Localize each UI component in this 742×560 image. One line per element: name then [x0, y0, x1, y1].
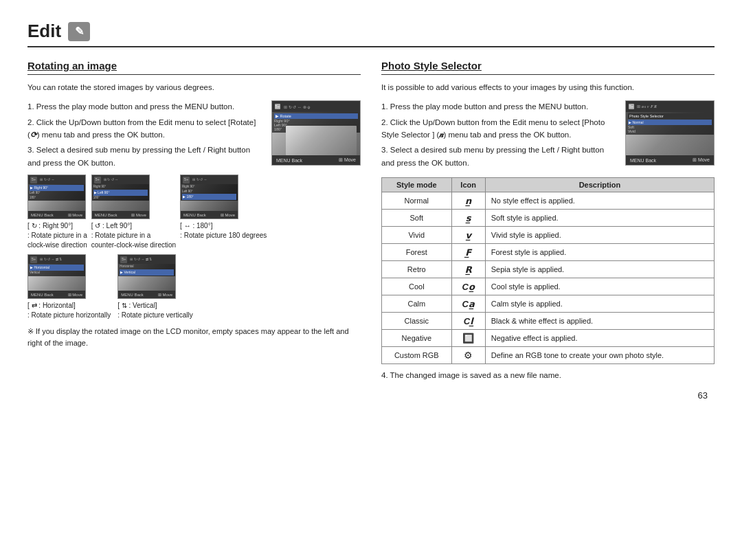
- rotation-images-row: 5+ ⊞ ↻ ↺ ↔ ▶ Right 90° Left 90° 180° MEN…: [27, 175, 361, 250]
- icon-cell: Co̲: [451, 278, 485, 295]
- right90-screen: 5+ ⊞ ↻ ↺ ↔ ▶ Right 90° Left 90° 180° MEN…: [27, 175, 86, 219]
- horizontal-screen: 5+ ⊞ ↻ ↺ ↔ ⇄ ⇅ ▶ Horizontal Vertical MEN…: [27, 254, 86, 299]
- icon-cell: Cl̲: [451, 313, 485, 330]
- icon-cell: R̲: [451, 261, 485, 278]
- style-mode-cell: Custom RGB: [382, 347, 452, 364]
- style-mode-cell: Retro: [382, 261, 452, 278]
- icon-cell: 🔲: [451, 330, 485, 347]
- table-row: Retro R̲ Sepia style is applied.: [382, 261, 715, 278]
- table-row: Soft s̲ Soft style is applied.: [382, 210, 715, 227]
- edit-icon: ✎: [68, 22, 90, 41]
- table-row: Custom RGB ⚙ Define an RGB tone to creat…: [382, 347, 715, 364]
- style-table: Style mode Icon Description Normal n̲ No…: [381, 177, 715, 364]
- right-section-heading: Photo Style Selector: [381, 60, 715, 75]
- vertical-screen: 5+ ⊞ ↻ ↺ ↔ ⇄ ⇅ Horizontal ▶ Vertical MEN…: [117, 254, 176, 299]
- left-section-heading: Rotating an image: [27, 60, 361, 75]
- 180-screen: 5+ ⊞ ↻ ↺ ↔ Right 90° Left 90° ▶ 180° MEN…: [180, 175, 238, 219]
- right-intro: It is possible to add various effects to…: [381, 82, 715, 93]
- vertical-block: 5+ ⊞ ↻ ↺ ↔ ⇄ ⇅ Horizontal ▶ Vertical MEN…: [117, 254, 193, 320]
- description-cell: Vivid style is applied.: [485, 227, 714, 244]
- description-cell: Calm style is applied.: [485, 295, 714, 313]
- right-column: Photo Style Selector It is possible to a…: [381, 60, 715, 379]
- icon-cell: ⚙: [451, 347, 485, 364]
- flip-images-row: 5+ ⊞ ↻ ↺ ↔ ⇄ ⇅ ▶ Horizontal Vertical MEN…: [27, 254, 361, 320]
- left90-screen: 5+ ⊞ ↻ ↺ ↔ Right 90° ▶ Left 90° 180° MEN…: [91, 175, 150, 219]
- description-cell: Soft style is applied.: [485, 210, 714, 227]
- style-mode-cell: Forest: [382, 244, 452, 261]
- table-row: Cool Co̲ Cool style is applied.: [382, 278, 715, 295]
- page-number: 63: [27, 390, 715, 401]
- style-mode-header: Style mode: [382, 178, 452, 192]
- style-mode-cell: Classic: [382, 313, 452, 330]
- horizontal-block: 5+ ⊞ ↻ ↺ ↔ ⇄ ⇅ ▶ Horizontal Vertical MEN…: [27, 254, 111, 320]
- icon-cell: s̲: [451, 210, 485, 227]
- page-title: Edit ✎: [27, 21, 715, 47]
- left-intro: You can rotate the stored images by vari…: [27, 82, 361, 93]
- left-note: ※ If you display the rotated image on th…: [27, 326, 361, 348]
- description-cell: Sepia style is applied.: [485, 261, 714, 278]
- style-mode-cell: Normal: [382, 192, 452, 210]
- style-mode-cell: Cool: [382, 278, 452, 295]
- left90-block: 5+ ⊞ ↻ ↺ ↔ Right 90° ▶ Left 90° 180° MEN…: [91, 175, 176, 250]
- left-step-text: 1. Press the play mode button and press …: [27, 100, 265, 169]
- style-mode-cell: Calm: [382, 295, 452, 313]
- description-cell: Cool style is applied.: [485, 278, 714, 295]
- table-row: Normal n̲ No style effect is applied.: [382, 192, 715, 210]
- icon-header: Icon: [451, 178, 485, 192]
- table-row: Negative 🔲 Negative effect is applied.: [382, 330, 715, 347]
- table-row: Vivid v̲ Vivid style is applied.: [382, 227, 715, 244]
- right-footer-note: 4. The changed image is saved as a new f…: [381, 371, 715, 379]
- photo-style-screen-image: 5+ ⊞ 𝒏 𝒔 𝒗 𝑭 𝑹 Photo Style Selector ▶ No…: [625, 100, 715, 166]
- icon-cell: F̲: [451, 244, 485, 261]
- icon-cell: n̲: [451, 192, 485, 210]
- right-steps-with-image: 1. Press the play mode button and press …: [381, 100, 715, 169]
- style-mode-cell: Soft: [382, 210, 452, 227]
- style-mode-cell: Vivid: [382, 227, 452, 244]
- right90-block: 5+ ⊞ ↻ ↺ ↔ ▶ Right 90° Left 90° 180° MEN…: [27, 175, 87, 250]
- left-column: Rotating an image You can rotate the sto…: [27, 60, 361, 379]
- rotate-screen-image: 5+ ⊞ ↻ ↺ ↔ ⊗ ψ ▶ Rotate Right 90° Left 9…: [271, 100, 361, 166]
- description-cell: Negative effect is applied.: [485, 330, 714, 347]
- style-mode-cell: Negative: [382, 330, 452, 347]
- description-cell: Forest style is applied.: [485, 244, 714, 261]
- title-text: Edit: [27, 21, 61, 42]
- table-row: Classic Cl̲ Black & white effect is appl…: [382, 313, 715, 330]
- table-row: Calm Ca̲ Calm style is applied.: [382, 295, 715, 313]
- left-steps-with-image: 1. Press the play mode button and press …: [27, 100, 361, 169]
- right-step-text: 1. Press the play mode button and press …: [381, 100, 618, 169]
- 180-block: 5+ ⊞ ↻ ↺ ↔ Right 90° Left 90° ▶ 180° MEN…: [180, 175, 267, 250]
- description-cell: Define an RGB tone to create your own ph…: [485, 347, 714, 364]
- icon-cell: Ca̲: [451, 295, 485, 313]
- description-cell: No style effect is applied.: [485, 192, 714, 210]
- icon-cell: v̲: [451, 227, 485, 244]
- description-header: Description: [485, 178, 714, 192]
- table-row: Forest F̲ Forest style is applied.: [382, 244, 715, 261]
- description-cell: Black & white effect is applied.: [485, 313, 714, 330]
